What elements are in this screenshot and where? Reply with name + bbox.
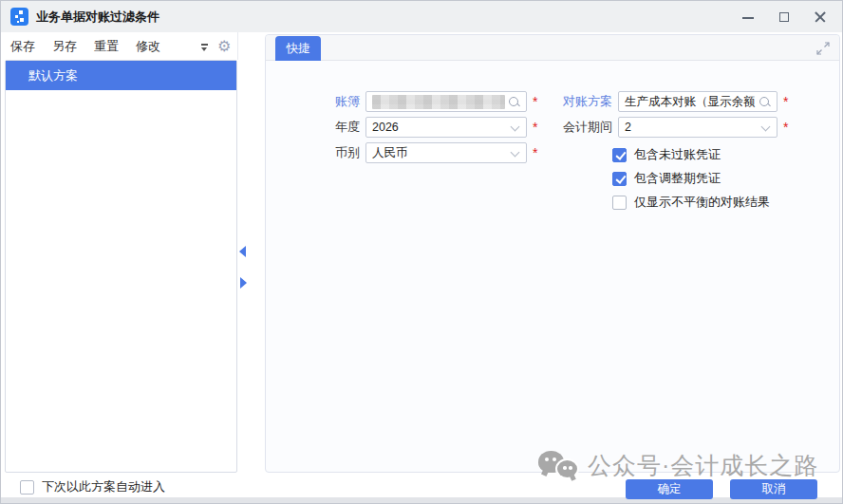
search-icon[interactable] (759, 96, 771, 108)
checkbox-include-adjustment[interactable]: 包含调整期凭证 (612, 170, 721, 187)
period-field-row: 会计期间 2 * (546, 117, 788, 138)
expand-right-icon[interactable] (240, 277, 247, 289)
search-icon[interactable] (508, 96, 520, 108)
required-marker: * (533, 91, 537, 112)
window-controls (741, 10, 833, 24)
gear-icon[interactable]: ⚙ (217, 39, 231, 54)
recon-scheme-value: 生产成本对账（显示余额） (625, 94, 756, 110)
currency-select[interactable]: 人民币 (365, 142, 527, 163)
filter-dialog-window: 业务单据对账过滤条件 保存 另存 重置 修改 ⚙ 默认方案 快捷 (0, 0, 843, 504)
checkbox-include-unposted[interactable]: 包含未过账凭证 (612, 146, 721, 163)
checkbox-icon[interactable] (20, 480, 34, 495)
recon-scheme-label[interactable]: 对账方案 (546, 91, 612, 112)
save-button[interactable]: 保存 (10, 38, 35, 55)
scheme-list-item-default[interactable]: 默认方案 (6, 61, 236, 90)
filter-panel: 快捷 账簿 * 年度 2026 * 币别 人民币 (265, 34, 840, 473)
period-value: 2 (625, 121, 631, 134)
cancel-button[interactable]: 取消 (730, 479, 817, 499)
close-icon[interactable] (814, 10, 827, 24)
chevron-down-icon[interactable] (761, 122, 771, 132)
tab-quick-label: 快捷 (287, 41, 310, 57)
scheme-toolbar: 保存 另存 重置 修改 ⚙ (1, 32, 238, 60)
currency-field-row: 币别 人民币 * (293, 142, 537, 163)
checkbox-icon[interactable] (612, 196, 627, 210)
checkbox-only-unbalanced[interactable]: 仅显示不平衡的对账结果 (612, 194, 770, 211)
toolbar-more-icon[interactable] (200, 41, 210, 52)
chevron-down-icon[interactable] (511, 122, 520, 132)
modify-button[interactable]: 修改 (136, 38, 160, 55)
auto-enter-checkbox[interactable]: 下次以此方案自动进入 (20, 478, 165, 495)
tab-quick[interactable]: 快捷 (275, 36, 321, 61)
checkbox-label: 包含未过账凭证 (634, 146, 721, 163)
year-field-row: 年度 2026 * (293, 117, 537, 138)
required-marker: * (533, 142, 537, 163)
save-as-button[interactable]: 另存 (52, 38, 77, 55)
currency-label: 币别 (293, 142, 360, 163)
titlebar: 业务单据对账过滤条件 (1, 1, 842, 32)
ok-button[interactable]: 确定 (626, 479, 713, 499)
collapse-left-icon[interactable] (239, 246, 246, 257)
required-marker: * (533, 117, 537, 138)
minimize-icon[interactable] (741, 10, 755, 24)
auto-enter-label: 下次以此方案自动进入 (42, 478, 165, 495)
scheme-list-panel: 默认方案 (5, 60, 237, 473)
ledger-value-redacted (372, 95, 505, 109)
year-select[interactable]: 2026 (365, 117, 527, 138)
period-label: 会计期间 (546, 117, 612, 138)
chevron-down-icon[interactable] (511, 148, 520, 158)
required-marker: * (783, 117, 788, 138)
period-select[interactable]: 2 (618, 117, 777, 138)
year-value: 2026 (372, 121, 399, 134)
scheme-item-label: 默认方案 (28, 67, 78, 84)
app-logo-icon (10, 8, 28, 26)
checkbox-label: 仅显示不平衡的对账结果 (634, 194, 770, 211)
ledger-field-row: 账簿 * (293, 91, 537, 112)
required-marker: * (783, 91, 788, 112)
dialog-title: 业务单据对账过滤条件 (36, 9, 159, 26)
ledger-label[interactable]: 账簿 (293, 91, 360, 112)
reset-button[interactable]: 重置 (94, 38, 119, 55)
currency-value: 人民币 (372, 145, 408, 161)
year-label: 年度 (293, 117, 360, 138)
scheme-field-row: 对账方案 生产成本对账（显示余额） * (546, 91, 788, 112)
recon-scheme-lookup-input[interactable]: 生产成本对账（显示余额） (618, 91, 777, 112)
ledger-lookup-input[interactable] (365, 91, 527, 112)
checkbox-icon[interactable] (612, 148, 627, 162)
checkbox-icon[interactable] (612, 172, 627, 186)
bottom-strip (1, 497, 842, 503)
maximize-icon[interactable] (777, 10, 791, 24)
checkbox-label: 包含调整期凭证 (634, 170, 721, 187)
fullscreen-icon[interactable] (816, 42, 830, 55)
tabstrip: 快捷 (266, 35, 839, 61)
